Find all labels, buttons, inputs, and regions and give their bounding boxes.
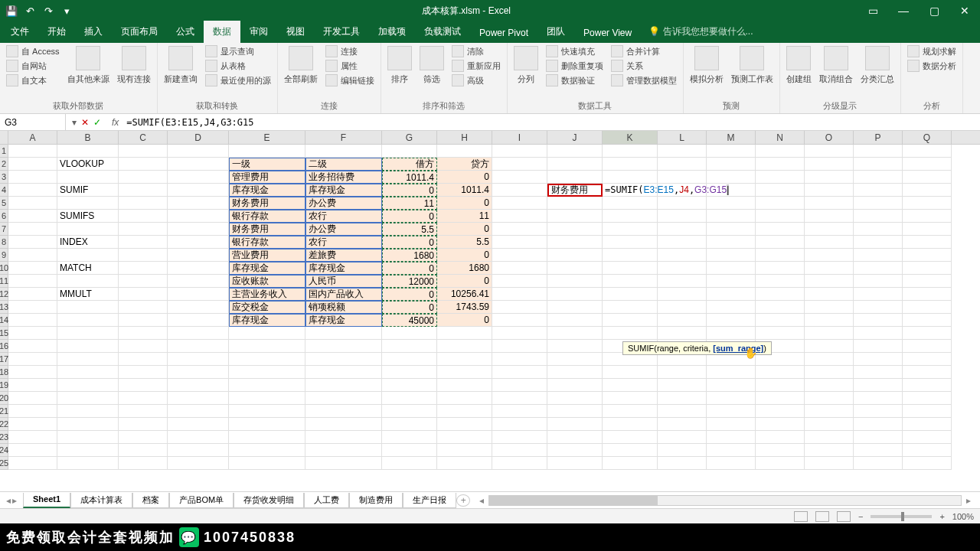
cell-M12[interactable]: [707, 288, 756, 301]
cell-I1[interactable]: [492, 145, 547, 158]
cell-J12[interactable]: [547, 288, 603, 301]
cell-F4[interactable]: 库存现金: [305, 184, 382, 197]
undo-icon[interactable]: ↶: [21, 2, 38, 19]
row-header-22[interactable]: 22: [0, 418, 8, 431]
cell-C25[interactable]: [119, 457, 168, 470]
cell-J13[interactable]: [547, 301, 603, 314]
cell-M24[interactable]: [707, 444, 756, 457]
sheet-tab-制造费用[interactable]: 制造费用: [349, 493, 403, 508]
cell-C6[interactable]: [119, 210, 168, 223]
enter-icon[interactable]: ✓: [93, 117, 101, 128]
cell-O2[interactable]: [805, 158, 854, 171]
row-header-1[interactable]: 1: [0, 145, 8, 158]
ribbon-显示查询[interactable]: 显示查询: [202, 44, 274, 58]
cell-D21[interactable]: [168, 405, 229, 418]
ribbon-关系[interactable]: 关系: [608, 59, 680, 73]
formula-input[interactable]: =SUMIF(E3:E15,J4,G3:G15: [123, 117, 980, 128]
cell-M14[interactable]: [707, 314, 756, 327]
cell-O25[interactable]: [805, 457, 854, 470]
cell-O18[interactable]: [805, 366, 854, 379]
cell-J10[interactable]: [547, 262, 603, 275]
row-header-17[interactable]: 17: [0, 353, 8, 366]
cell-A25[interactable]: [8, 457, 57, 470]
col-header-G[interactable]: G: [382, 131, 437, 144]
cell-K6[interactable]: [603, 210, 658, 223]
cell-E2[interactable]: 一级: [229, 158, 305, 171]
ribbon-排序[interactable]: 排序: [384, 44, 415, 86]
cell-G19[interactable]: [382, 379, 437, 392]
cell-G20[interactable]: [382, 392, 437, 405]
col-header-O[interactable]: O: [805, 131, 854, 144]
cell-O16[interactable]: [805, 340, 854, 353]
cell-M9[interactable]: [707, 249, 756, 262]
col-header-C[interactable]: C: [119, 131, 168, 144]
cell-O20[interactable]: [805, 392, 854, 405]
cell-E18[interactable]: [229, 366, 305, 379]
cell-B25[interactable]: [57, 457, 119, 470]
cell-H14[interactable]: 0: [437, 314, 492, 327]
cell-K5[interactable]: [603, 197, 658, 210]
cell-G6[interactable]: 0: [382, 210, 437, 223]
sheet-tab-产品BOM单[interactable]: 产品BOM单: [169, 493, 234, 508]
ribbon-全部刷新[interactable]: 全部刷新: [281, 44, 321, 86]
cell-C2[interactable]: [119, 158, 168, 171]
cell-N12[interactable]: [756, 288, 805, 301]
cell-C7[interactable]: [119, 223, 168, 236]
cell-H2[interactable]: 贷方: [437, 158, 492, 171]
cell-K13[interactable]: [603, 301, 658, 314]
cell-L24[interactable]: [658, 444, 707, 457]
cell-B17[interactable]: [57, 353, 119, 366]
ribbon-options-icon[interactable]: ▭: [858, 0, 888, 21]
cell-C14[interactable]: [119, 314, 168, 327]
cell-A20[interactable]: [8, 392, 57, 405]
cell-M21[interactable]: [707, 405, 756, 418]
cell-Q21[interactable]: [903, 405, 952, 418]
ribbon-从表格[interactable]: 从表格: [202, 59, 274, 73]
cell-B19[interactable]: [57, 379, 119, 392]
cell-K11[interactable]: [603, 275, 658, 288]
cell-G16[interactable]: [382, 340, 437, 353]
cell-C20[interactable]: [119, 392, 168, 405]
cell-O22[interactable]: [805, 418, 854, 431]
cell-B1[interactable]: [57, 145, 119, 158]
cell-C19[interactable]: [119, 379, 168, 392]
cell-N9[interactable]: [756, 249, 805, 262]
cell-L14[interactable]: [658, 314, 707, 327]
row-header-16[interactable]: 16: [0, 340, 8, 353]
ribbon-规划求解[interactable]: 规划求解: [904, 44, 959, 58]
sheet-tab-生产日报[interactable]: 生产日报: [403, 493, 456, 508]
cell-F6[interactable]: 农行: [305, 210, 382, 223]
cell-C9[interactable]: [119, 249, 168, 262]
cell-C23[interactable]: [119, 431, 168, 444]
cell-B20[interactable]: [57, 392, 119, 405]
cell-O14[interactable]: [805, 314, 854, 327]
ribbon-自 Access[interactable]: 自 Access: [3, 44, 63, 58]
row-header-25[interactable]: 25: [0, 457, 8, 470]
cell-F16[interactable]: [305, 340, 382, 353]
cell-A22[interactable]: [8, 418, 57, 431]
cell-D18[interactable]: [168, 366, 229, 379]
tab-审阅[interactable]: 审阅: [240, 21, 277, 43]
cell-A18[interactable]: [8, 366, 57, 379]
tab-页面布局[interactable]: 页面布局: [112, 21, 167, 43]
cell-K20[interactable]: [603, 392, 658, 405]
cell-L18[interactable]: [658, 366, 707, 379]
cell-F12[interactable]: 国内产品收入: [305, 288, 382, 301]
cell-O24[interactable]: [805, 444, 854, 457]
cell-A6[interactable]: [8, 210, 57, 223]
cell-M20[interactable]: [707, 392, 756, 405]
cell-E6[interactable]: 银行存款: [229, 210, 305, 223]
cell-N7[interactable]: [756, 223, 805, 236]
cell-C10[interactable]: [119, 262, 168, 275]
cell-K15[interactable]: [603, 327, 658, 340]
cell-M8[interactable]: [707, 236, 756, 249]
ribbon-现有连接[interactable]: 现有连接: [114, 44, 154, 86]
cell-O3[interactable]: [805, 171, 854, 184]
cell-G8[interactable]: 0: [382, 236, 437, 249]
ribbon-快速填充[interactable]: 快速填充: [543, 44, 606, 58]
cell-K18[interactable]: [603, 366, 658, 379]
cell-G4[interactable]: 0: [382, 184, 437, 197]
cell-E1[interactable]: [229, 145, 305, 158]
ribbon-模拟分析[interactable]: 模拟分析: [687, 44, 727, 86]
cell-B11[interactable]: [57, 275, 119, 288]
